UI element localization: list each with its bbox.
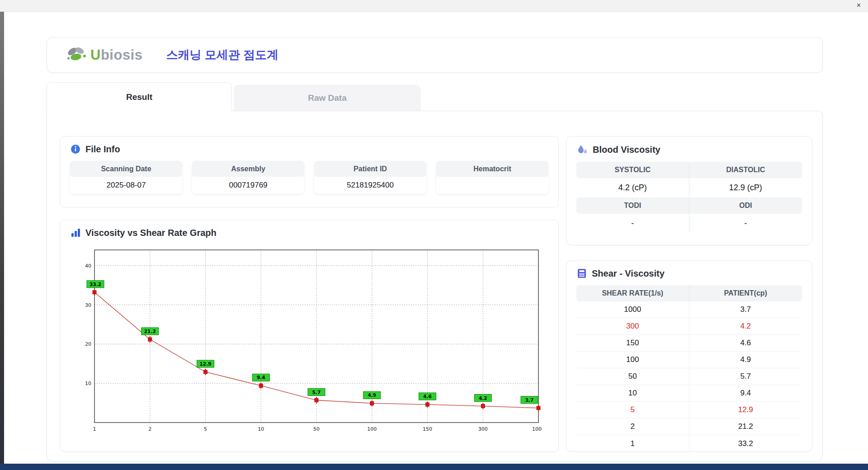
- patient-value: 4.2: [689, 318, 802, 334]
- table-row: 512.9: [576, 402, 802, 418]
- file-info-title-row: File Info: [60, 136, 558, 160]
- svg-text:4.2: 4.2: [479, 395, 487, 401]
- close-icon[interactable]: ×: [857, 1, 861, 9]
- blood-viscosity-header-row: SYSTOLICDIASTOLIC: [576, 162, 802, 178]
- svg-text:40: 40: [85, 263, 91, 269]
- svg-text:20: 20: [85, 341, 91, 347]
- tab-raw-data[interactable]: Raw Data: [234, 85, 420, 111]
- file-info-field: Hematocrit: [436, 161, 548, 194]
- shear-rate-value: 2: [576, 418, 689, 435]
- patient-value: 21.2: [689, 418, 802, 435]
- brand-logo: Ubiosis: [66, 46, 142, 64]
- shear-rate-value: 5: [576, 402, 689, 418]
- field-label: Hematocrit: [436, 161, 548, 177]
- bv-column-label: DIASTOLIC: [689, 162, 802, 178]
- bv-column-label: ODI: [689, 197, 802, 214]
- blood-viscosity-header-row: TODIODI: [576, 197, 802, 214]
- shear-rate-value: 150: [576, 335, 689, 351]
- graph-panel: Viscosity vs Shear Rate Graph 1020304012…: [60, 220, 559, 452]
- svg-text:21.2: 21.2: [144, 329, 156, 334]
- bv-column-label: SYSTOLIC: [576, 162, 689, 178]
- page-title: 스캐닝 모세관 점도계: [166, 47, 278, 63]
- calculator-icon: [576, 268, 587, 279]
- svg-text:5: 5: [204, 426, 207, 432]
- table-row: 3004.2: [576, 318, 802, 335]
- patient-value: 4.6: [689, 335, 802, 351]
- patient-column-header: PATIENT(cp): [689, 285, 802, 301]
- shear-rate-value: 1000: [576, 301, 689, 318]
- file-info-field: Assembly000719769: [192, 161, 304, 194]
- shear-viscosity-panel: Shear - Viscosity SHEAR RATE(1/s) PATIEN…: [566, 260, 812, 452]
- shear-rate-value: 1: [576, 435, 689, 452]
- patient-value: 5.7: [689, 368, 802, 385]
- app-header: Ubiosis 스캐닝 모세관 점도계: [47, 37, 823, 73]
- field-label: Scanning Date: [70, 161, 182, 177]
- blood-viscosity-table: SYSTOLICDIASTOLIC4.2 (cP)12.9 (cP)TODIOD…: [576, 162, 802, 233]
- tab-result[interactable]: Result: [47, 82, 232, 111]
- file-info-grid: Scanning Date2025-08-07Assembly000719769…: [60, 160, 558, 194]
- shear-viscosity-table: SHEAR RATE(1/s) PATIENT(cp) 10003.73004.…: [576, 285, 802, 452]
- bv-column-label: TODI: [576, 197, 689, 214]
- patient-value: 9.4: [689, 385, 802, 401]
- svg-text:300: 300: [478, 426, 488, 432]
- table-row: 221.2: [576, 418, 802, 435]
- table-row: 505.7: [576, 368, 802, 385]
- svg-text:30: 30: [85, 302, 91, 308]
- svg-text:12.9: 12.9: [200, 361, 212, 367]
- leaf-cluster-icon: [66, 46, 87, 64]
- field-value: 52181925400: [314, 177, 426, 194]
- chart-area: 102030401251050100150300100033.221.212.9…: [76, 245, 548, 440]
- brand-name: Ubiosis: [90, 47, 142, 63]
- field-label: Patient ID: [314, 161, 426, 177]
- viscosity-chart-svg: 102030401251050100150300100033.221.212.9…: [76, 245, 542, 440]
- blood-viscosity-value-row: 4.2 (cP)12.9 (cP): [576, 178, 802, 197]
- result-content-card: File Info Scanning Date2025-08-07Assembl…: [47, 111, 823, 461]
- file-info-title: File Info: [85, 144, 120, 155]
- patient-value: 12.9: [689, 402, 802, 418]
- table-row: 1004.9: [576, 352, 802, 368]
- svg-text:150: 150: [423, 426, 432, 432]
- shear-viscosity-title-row: Shear - Viscosity: [566, 261, 812, 284]
- svg-text:1: 1: [93, 426, 96, 432]
- desktop-edge-left: [0, 12, 4, 470]
- table-row: 109.4: [576, 385, 802, 402]
- patient-value: 3.7: [689, 301, 802, 318]
- shear-rate-value: 50: [576, 368, 689, 385]
- bv-value-cell: 12.9 (cP): [689, 178, 802, 197]
- shear-rate-column-header: SHEAR RATE(1/s): [576, 285, 689, 301]
- shear-table-body: 10003.73004.21504.61004.9505.7109.4512.9…: [576, 301, 802, 452]
- droplet-icon: [576, 144, 588, 155]
- app-window: Ubiosis 스캐닝 모세관 점도계 Result Raw Data File…: [4, 12, 868, 464]
- svg-text:10: 10: [258, 426, 264, 432]
- field-label: Assembly: [192, 161, 304, 177]
- svg-text:100: 100: [367, 426, 377, 432]
- shear-rate-value: 10: [576, 385, 689, 401]
- info-icon: [70, 144, 81, 155]
- bv-value-cell: 4.2 (cP): [576, 178, 689, 197]
- file-info-field: Patient ID52181925400: [314, 161, 426, 194]
- table-row: 10003.7: [576, 301, 802, 318]
- field-value: 000719769: [192, 177, 304, 194]
- graph-title: Viscosity vs Shear Rate Graph: [85, 228, 217, 238]
- shear-rate-value: 100: [576, 352, 689, 368]
- bv-value-cell: -: [689, 214, 802, 233]
- patient-value: 4.9: [689, 352, 802, 368]
- svg-text:33.2: 33.2: [90, 282, 101, 287]
- graph-title-row: Viscosity vs Shear Rate Graph: [60, 220, 558, 244]
- table-row: 1504.6: [576, 335, 802, 352]
- svg-text:4.9: 4.9: [368, 392, 376, 398]
- field-value: [436, 177, 548, 194]
- svg-text:1000: 1000: [532, 426, 542, 432]
- svg-text:50: 50: [313, 426, 320, 432]
- table-row: 133.2: [576, 435, 802, 452]
- shear-viscosity-title: Shear - Viscosity: [592, 268, 665, 279]
- patient-value: 33.2: [689, 435, 802, 452]
- shear-table-header: SHEAR RATE(1/s) PATIENT(cp): [576, 285, 802, 301]
- svg-text:2: 2: [148, 426, 151, 432]
- blood-viscosity-value-row: --: [576, 214, 802, 233]
- file-info-panel: File Info Scanning Date2025-08-07Assembl…: [60, 136, 559, 207]
- svg-text:10: 10: [85, 381, 91, 386]
- blood-viscosity-title: Blood Viscosity: [593, 145, 660, 155]
- svg-text:4.6: 4.6: [423, 394, 432, 399]
- shear-rate-value: 300: [576, 318, 689, 334]
